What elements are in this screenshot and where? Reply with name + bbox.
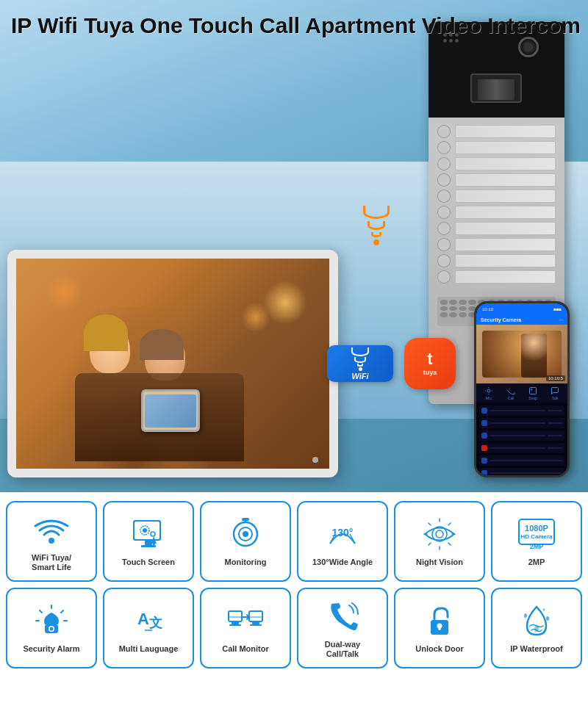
svg-line-24 [429,523,431,525]
wifi-arcs [363,206,390,245]
svg-text:1080P: 1080P [525,524,548,533]
feature-label-unlock: Unlock Door [415,644,463,654]
feature-touch-screen: Touch Screen [103,501,194,582]
svg-point-56 [543,608,545,611]
phone-menu-item[interactable] [479,443,564,453]
logos-area: WiFi t tuya [327,338,456,389]
wifi-logo-arc-small [357,364,363,367]
intercom-row [437,157,556,170]
phone-menu-item[interactable] [479,468,564,475]
svg-rect-6 [145,541,152,545]
feature-security-alarm: Security Alarm [6,588,97,668]
feature-label-touch: Touch Screen [122,558,175,567]
wifi-logo-dot [359,367,362,371]
phone-ctrl-item[interactable]: Mic [484,386,493,400]
svg-point-19 [436,530,443,538]
svg-point-54 [524,613,527,618]
svg-text:2MP: 2MP [530,543,544,550]
phone-dots: ··· [559,317,563,322]
svg-line-25 [448,523,451,525]
phone-ctrl-item[interactable]: Snap [528,386,537,400]
feature-label-wifi: WiFi Tuya/Smart Life [32,553,71,572]
call-buttons [429,118,564,291]
wifi-signal-decoration [363,206,390,245]
phone-status-bar: 10:10 ■■■ [476,303,567,315]
svg-point-13 [243,531,248,537]
wifi-logo-arc-large [351,347,369,356]
svg-rect-14 [242,518,249,521]
wifi-logo-arcs [351,347,369,371]
wide-angle-icon: 130° [323,515,362,553]
svg-rect-45 [229,624,241,626]
title-block: IP Wifi Tuya One Touch Call Apartment Vi… [11,13,581,39]
phone-menu-item[interactable] [479,430,564,441]
phone-screen: 10:10 ■■■ Security Camera ··· 10:10:5 [476,303,567,475]
page-title: IP Wifi Tuya One Touch Call Apartment Vi… [11,13,581,39]
wifi-arc-large [363,206,390,219]
intercom-row [437,206,556,219]
monitor-screen [16,259,329,469]
wifi-logo: WiFi [327,345,393,382]
phone-cam-timestamp: 10:10:5 [546,375,565,381]
phone-menu [476,403,567,475]
feature-waterproof: IP Waterproof [491,588,582,668]
intercom-row [437,190,556,203]
feature-unlock-door: Unlock Door [394,588,485,668]
feature-dual-call: Dual-wayCall/Talk [297,588,388,668]
tuya-t-icon: t [427,351,432,367]
camera-lens [518,37,539,57]
wifi-tuya-icon [32,511,71,549]
phone-app-title: Security Camera [481,317,521,322]
svg-point-55 [546,616,549,621]
features-section: WiFi Tuya/Smart Life [0,492,588,677]
feature-monitoring: Monitoring [200,501,291,582]
svg-rect-49 [250,624,262,626]
phone-control-bar: Mic Call Snap Talk [476,383,567,403]
feature-label-waterproof: IP Waterproof [510,644,563,654]
intercom-row [437,254,556,267]
phone-menu-item[interactable] [479,418,564,428]
feature-label-call-monitor: Call Monitor [222,644,269,654]
intercom-row [437,173,556,187]
wifi-arc-medium [368,221,385,230]
feature-multi-language: A 文 Multi Lauguage [103,588,194,668]
multi-language-icon: A 文 [129,602,168,640]
svg-text:HD Camera: HD Camera [520,533,553,540]
feature-label-hd: 2MP [528,558,545,567]
phone-time: 10:10 [482,307,493,311]
svg-point-39 [50,627,54,631]
intercom-row [437,222,556,235]
phone-ctrl-item[interactable]: Call [506,386,515,400]
phone-ctrl-label: Mic [486,396,492,400]
hero-section: IP Wifi Tuya One Touch Call Apartment Vi… [0,0,588,492]
feature-label-night: Night Vision [416,558,463,567]
features-row-1: WiFi Tuya/Smart Life [6,501,582,582]
phone-battery: ■■■ [553,307,562,311]
svg-line-34 [40,610,42,613]
svg-text:文: 文 [149,616,162,630]
svg-point-0 [487,389,490,392]
phone-ctrl-label: Snap [528,396,537,400]
feature-call-monitor: Call Monitor [200,588,291,668]
tuya-label: tuya [423,369,437,376]
phone-menu-item[interactable] [479,455,564,466]
phone-ctrl-item[interactable]: Talk [551,386,559,400]
wifi-arc-small [371,232,381,237]
feature-label-angle: 130°Wide Angle [312,558,373,567]
card-reader [470,73,522,103]
phone-ctrl-label: Call [508,396,514,400]
phone-camera-view: 10:10:5 [476,325,567,383]
intercom-row [437,238,556,251]
security-alarm-icon [32,602,71,640]
intercom-row [437,141,556,154]
feature-wide-angle: 130° 130°Wide Angle [297,501,388,582]
feature-label-monitoring: Monitoring [225,558,267,567]
svg-rect-42 [229,611,242,621]
monitor-dot [312,457,318,463]
wifi-logo-text: WiFi [351,372,368,381]
svg-rect-46 [249,611,262,621]
feature-label-security: Security Alarm [23,644,79,654]
dual-call-icon [323,597,362,635]
phone-menu-item[interactable] [479,405,564,416]
phone-ctrl-label: Talk [552,396,559,400]
